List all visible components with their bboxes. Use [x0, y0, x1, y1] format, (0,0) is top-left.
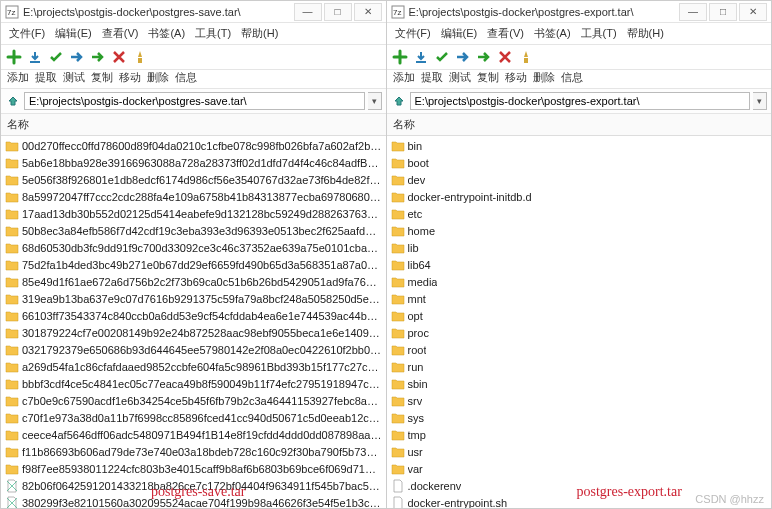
menu-item[interactable]: 编辑(E): [51, 25, 96, 42]
path-dropdown[interactable]: ▾: [368, 92, 382, 110]
item-name: sys: [408, 412, 425, 424]
list-item[interactable]: a269d54fa1c86cfafdaaed9852ccbfe604fa5c98…: [1, 358, 386, 375]
up-icon[interactable]: [5, 93, 21, 109]
toolbar-labels: 添加提取测试复制移动删除信息: [1, 70, 386, 89]
list-item[interactable]: 68d60530db3fc9dd91f9c700d33092ce3c46c373…: [1, 239, 386, 256]
list-item[interactable]: bbbf3cdf4ce5c4841ec05c77eaca49b8f590049b…: [1, 375, 386, 392]
minimize-button[interactable]: —: [679, 3, 707, 21]
column-header-name[interactable]: 名称: [387, 114, 772, 136]
list-item[interactable]: media: [387, 273, 772, 290]
list-item[interactable]: 00d270ffecc0ffd78600d89f04da0210c1cfbe07…: [1, 137, 386, 154]
menu-item[interactable]: 帮助(H): [237, 25, 282, 42]
list-item[interactable]: opt: [387, 307, 772, 324]
menu-item[interactable]: 工具(T): [577, 25, 621, 42]
menu-item[interactable]: 文件(F): [5, 25, 49, 42]
list-item[interactable]: bin: [387, 137, 772, 154]
list-item[interactable]: docker-entrypoint.sh: [387, 494, 772, 508]
extract-button[interactable]: [412, 48, 430, 66]
delete-button[interactable]: [496, 48, 514, 66]
list-item[interactable]: tmp: [387, 426, 772, 443]
file-list[interactable]: 00d270ffecc0ffd78600d89f04da0210c1cfbe07…: [1, 136, 386, 508]
list-item[interactable]: lib: [387, 239, 772, 256]
copy-button[interactable]: [454, 48, 472, 66]
list-item[interactable]: c7b0e9c67590acdf1e6b34254ce5b45f6fb79b2c…: [1, 392, 386, 409]
list-item[interactable]: 380299f3e82101560a302095524acae704f199b9…: [1, 494, 386, 508]
list-item[interactable]: f98f7ee85938011224cfc803b3e4015caff9b8af…: [1, 460, 386, 477]
path-input[interactable]: [24, 92, 365, 110]
folder-icon: [5, 258, 19, 272]
menu-item[interactable]: 文件(F): [391, 25, 435, 42]
test-button[interactable]: [47, 48, 65, 66]
maximize-button[interactable]: □: [709, 3, 737, 21]
list-item[interactable]: .dockerenv: [387, 477, 772, 494]
list-item[interactable]: proc: [387, 324, 772, 341]
path-dropdown[interactable]: ▾: [753, 92, 767, 110]
list-item[interactable]: etc: [387, 205, 772, 222]
item-name: media: [408, 276, 438, 288]
list-item[interactable]: c70f1e973a38d0a11b7f6998cc85896fced41cc9…: [1, 409, 386, 426]
list-item[interactable]: usr: [387, 443, 772, 460]
list-item[interactable]: 75d2fa1b4ded3bc49b271e0b67dd29ef6659fd49…: [1, 256, 386, 273]
file-icon: [391, 496, 405, 509]
list-item[interactable]: 319ea9b13ba637e9c07d7616b9291375c59fa79a…: [1, 290, 386, 307]
list-item[interactable]: 82b06f0642591201433218ba826ce7c172bf0440…: [1, 477, 386, 494]
list-item[interactable]: 8a59972047ff7ccc2cdc288fa4e109a6758b41b8…: [1, 188, 386, 205]
menu-item[interactable]: 编辑(E): [437, 25, 482, 42]
item-name: docker-entrypoint-initdb.d: [408, 191, 532, 203]
menu-item[interactable]: 查看(V): [483, 25, 528, 42]
list-item[interactable]: home: [387, 222, 772, 239]
list-item[interactable]: root: [387, 341, 772, 358]
list-item[interactable]: docker-entrypoint-initdb.d: [387, 188, 772, 205]
toolbar-label: 移动: [117, 70, 143, 85]
list-item[interactable]: f11b86693b606ad79de73e740e03a18bdeb728c1…: [1, 443, 386, 460]
info-button[interactable]: [517, 48, 535, 66]
delete-button[interactable]: [110, 48, 128, 66]
info-button[interactable]: [131, 48, 149, 66]
test-button[interactable]: [433, 48, 451, 66]
close-button[interactable]: ✕: [739, 3, 767, 21]
folder-icon: [391, 309, 405, 323]
list-item[interactable]: 50b8ec3a84efb586f7d42cdf19c3eba393e3d963…: [1, 222, 386, 239]
svg-text:7z: 7z: [7, 8, 15, 17]
folder-icon: [5, 190, 19, 204]
list-item[interactable]: dev: [387, 171, 772, 188]
file-list[interactable]: binbootdevdocker-entrypoint-initdb.detch…: [387, 136, 772, 508]
list-item[interactable]: 5ab6e18bba928e39166963088a728a28373ff02d…: [1, 154, 386, 171]
menu-item[interactable]: 帮助(H): [623, 25, 668, 42]
list-item[interactable]: 17aad13db30b552d02125d5414eabefe9d132128…: [1, 205, 386, 222]
list-item[interactable]: sys: [387, 409, 772, 426]
column-header-name[interactable]: 名称: [1, 114, 386, 136]
up-icon[interactable]: [391, 93, 407, 109]
move-button[interactable]: [89, 48, 107, 66]
list-item[interactable]: lib64: [387, 256, 772, 273]
add-button[interactable]: [5, 48, 23, 66]
menu-item[interactable]: 工具(T): [191, 25, 235, 42]
menu-item[interactable]: 书签(A): [530, 25, 575, 42]
list-item[interactable]: 5e056f38f926801e1db8edcf6174d986cf56e354…: [1, 171, 386, 188]
extract-button[interactable]: [26, 48, 44, 66]
copy-button[interactable]: [68, 48, 86, 66]
maximize-button[interactable]: □: [324, 3, 352, 21]
item-name: 319ea9b13ba637e9c07d7616b9291375c59fa79a…: [22, 293, 382, 305]
list-item[interactable]: 85e49d1f61ae672a6d756b2c2f73b69ca0c51b6b…: [1, 273, 386, 290]
list-item[interactable]: 0321792379e650686b93d644645ee57980142e2f…: [1, 341, 386, 358]
move-button[interactable]: [475, 48, 493, 66]
close-button[interactable]: ✕: [354, 3, 382, 21]
list-item[interactable]: ceece4af5646dff06adc5480971B494f1B14e8f1…: [1, 426, 386, 443]
list-item[interactable]: 66103ff73543374c840ccb0a6dd53e9cf54cfdda…: [1, 307, 386, 324]
add-button[interactable]: [391, 48, 409, 66]
list-item[interactable]: mnt: [387, 290, 772, 307]
item-name: 5ab6e18bba928e39166963088a728a28373ff02d…: [22, 157, 382, 169]
menu-item[interactable]: 查看(V): [98, 25, 143, 42]
list-item[interactable]: 301879224cf7e00208149b92e24b872528aac98e…: [1, 324, 386, 341]
list-item[interactable]: srv: [387, 392, 772, 409]
list-item[interactable]: sbin: [387, 375, 772, 392]
folder-icon: [5, 326, 19, 340]
folder-icon: [5, 377, 19, 391]
list-item[interactable]: boot: [387, 154, 772, 171]
list-item[interactable]: run: [387, 358, 772, 375]
path-input[interactable]: [410, 92, 751, 110]
list-item[interactable]: var: [387, 460, 772, 477]
menu-item[interactable]: 书签(A): [144, 25, 189, 42]
minimize-button[interactable]: —: [294, 3, 322, 21]
